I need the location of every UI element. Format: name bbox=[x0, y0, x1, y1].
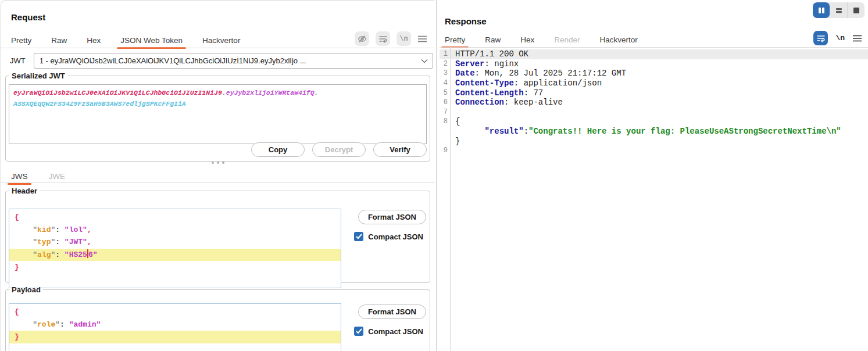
editor-line: { bbox=[9, 306, 341, 318]
response-line: 7 bbox=[440, 108, 868, 117]
line-number: 7 bbox=[440, 108, 448, 116]
line-number: 4 bbox=[440, 79, 448, 87]
layout-columns-button[interactable] bbox=[813, 2, 830, 18]
response-line: 6Connection: keep-alive bbox=[440, 98, 868, 108]
response-line: 8{ bbox=[440, 117, 868, 127]
response-panel: Response Pretty Raw Hex Render Hackverto… bbox=[440, 0, 868, 351]
jwt-header-editor[interactable]: { "kid": "lol", "typ": "JWT", "alg": "HS… bbox=[9, 209, 341, 288]
jwt-header-legend: Header bbox=[9, 187, 40, 195]
tab-request-json-web-token[interactable]: JSON Web Token bbox=[120, 36, 183, 45]
line-number: 6 bbox=[440, 98, 448, 106]
response-line: 2Server: nginx bbox=[440, 59, 868, 69]
decrypt-button[interactable]: Decrypt bbox=[312, 142, 366, 157]
response-line: 3Date: Mon, 28 Jul 2025 21:17:12 GMT bbox=[440, 69, 868, 78]
line-number: 3 bbox=[440, 69, 448, 77]
jwt-payload-box: Payload { "role": "admin"} Format JSON C… bbox=[5, 285, 430, 351]
newline-marks-icon[interactable]: \n bbox=[397, 31, 411, 46]
word-wrap-icon-active[interactable] bbox=[813, 31, 828, 45]
tab-response-hex[interactable]: Hex bbox=[520, 35, 534, 44]
tab-jws[interactable]: JWS bbox=[11, 172, 28, 181]
editor-line: } bbox=[9, 331, 341, 343]
view-layout-toggle bbox=[813, 2, 865, 18]
format-json-button-payload[interactable]: Format JSON bbox=[358, 305, 426, 319]
jwt-select[interactable]: 1 - eyJraWQiOiJsb2wiLCJ0eXAiOiJKV1QiLCJh… bbox=[34, 53, 433, 69]
tab-request-raw[interactable]: Raw bbox=[51, 36, 67, 45]
jwt-header-box: Header { "kid": "lol", "typ": "JWT", "al… bbox=[5, 187, 430, 283]
compact-json-label-payload: Compact JSON bbox=[368, 327, 423, 336]
line-number: 9 bbox=[440, 146, 448, 155]
response-line: 5Content-Length: 77 bbox=[440, 88, 868, 98]
request-title: Request bbox=[11, 12, 45, 22]
format-json-button-header[interactable]: Format JSON bbox=[358, 210, 426, 224]
request-panel: Request Pretty Raw Hex JSON Web Token Ha… bbox=[0, 0, 434, 351]
editor-line: "typ": "JWT", bbox=[9, 236, 341, 249]
panel-divider[interactable] bbox=[436, 0, 437, 351]
response-editor-icons: \n bbox=[813, 31, 862, 45]
editor-line: "alg": "HS256" bbox=[9, 249, 341, 262]
jwt-payload-legend: Payload bbox=[9, 285, 43, 294]
jwt-selector-row: JWT 1 - eyJraWQiOiJsb2wiLCJ0eXAiOiJKV1Qi… bbox=[10, 53, 433, 69]
serialized-jwt-legend: Serialized JWT bbox=[9, 71, 67, 80]
hide-nonprintable-icon[interactable] bbox=[355, 31, 369, 46]
editor-line: "role": "admin" bbox=[9, 318, 341, 331]
line-number: 1 bbox=[440, 50, 448, 58]
tab-response-pretty[interactable]: Pretty bbox=[445, 35, 465, 44]
request-editor-menu-icon[interactable] bbox=[417, 35, 427, 43]
gutter-divider bbox=[450, 48, 451, 351]
jose-tab-divider bbox=[1, 182, 435, 183]
tab-response-hackvertor[interactable]: Hackvertor bbox=[600, 35, 638, 44]
layout-single-button[interactable] bbox=[847, 2, 865, 18]
line-number: 8 bbox=[440, 117, 448, 126]
jose-tab-bar: JWS JWE bbox=[11, 169, 65, 183]
response-line: 1HTTP/1.1 200 OK bbox=[440, 49, 868, 59]
tab-request-hackvertor[interactable]: Hackvertor bbox=[202, 36, 240, 45]
serialized-jwt-line: ASSXQEqQW2FS34Z9FzSaH5B3AWS7edljgSPKcFFg… bbox=[13, 98, 422, 109]
tab-request-hex[interactable]: Hex bbox=[87, 36, 101, 45]
request-tab-divider bbox=[1, 48, 435, 48]
tab-jwe[interactable]: JWE bbox=[49, 172, 66, 181]
response-title: Response bbox=[445, 16, 487, 26]
response-line: "result":"Congrats!! Here is your flag: … bbox=[440, 127, 868, 137]
editor-line: } bbox=[9, 261, 341, 274]
editor-line: "kid": "lol", bbox=[9, 224, 341, 237]
serialized-jwt-box: Serialized JWT eyJraWQiOiJsb2wiLCJ0eXAiO… bbox=[5, 71, 430, 162]
compact-json-checkbox-payload[interactable] bbox=[354, 327, 363, 336]
newline-marks-icon[interactable]: \n bbox=[835, 34, 845, 42]
response-tab-bar: Pretty Raw Hex Render Hackvertor bbox=[445, 33, 638, 46]
jwt-select-value: 1 - eyJraWQiOiJsb2wiLCJ0eXAiOiJKV1QiLCJh… bbox=[40, 56, 306, 65]
serialized-jwt-textarea[interactable]: eyJraWQiOiJsb2wiLCJ0eXAiOiJKV1QiLCJhbGci… bbox=[9, 84, 427, 144]
request-editor-icons: \n bbox=[355, 31, 427, 46]
jwt-payload-editor[interactable]: { "role": "admin"} bbox=[9, 303, 341, 351]
tab-response-render[interactable]: Render bbox=[554, 35, 580, 44]
line-number: 5 bbox=[440, 89, 448, 97]
editor-line: { bbox=[9, 211, 341, 224]
jwt-label: JWT bbox=[10, 56, 26, 65]
compact-json-payload: Compact JSON bbox=[354, 327, 423, 336]
response-editor-menu-icon[interactable] bbox=[852, 34, 862, 42]
tab-response-raw[interactable]: Raw bbox=[485, 35, 501, 44]
compact-json-label-header: Compact JSON bbox=[368, 232, 423, 241]
compact-json-header: Compact JSON bbox=[354, 232, 423, 241]
response-body[interactable]: 1HTTP/1.1 200 OK2Server: nginx3Date: Mon… bbox=[440, 49, 868, 156]
response-line: 9 bbox=[440, 146, 868, 156]
tab-request-pretty[interactable]: Pretty bbox=[11, 36, 31, 45]
response-tab-divider bbox=[440, 47, 868, 48]
response-line: } bbox=[440, 136, 868, 146]
compact-json-checkbox-header[interactable] bbox=[354, 232, 363, 241]
response-line: 4Content-Type: application/json bbox=[440, 78, 868, 88]
request-tab-bar: Pretty Raw Hex JSON Web Token Hackvertor bbox=[11, 33, 240, 47]
splitter-handle[interactable] bbox=[1, 162, 435, 164]
serialized-jwt-line: eyJraWQiOiJsb2wiLCJ0eXAiOiJKV1QiLCJhbGci… bbox=[13, 87, 422, 98]
verify-button[interactable]: Verify bbox=[373, 142, 427, 157]
layout-rows-button[interactable] bbox=[830, 2, 847, 18]
line-number: 2 bbox=[440, 60, 448, 68]
copy-button[interactable]: Copy bbox=[251, 142, 305, 157]
jwt-action-buttons: Copy Decrypt Verify bbox=[251, 142, 427, 157]
word-wrap-icon[interactable] bbox=[376, 31, 390, 46]
chevron-down-icon bbox=[421, 59, 428, 63]
